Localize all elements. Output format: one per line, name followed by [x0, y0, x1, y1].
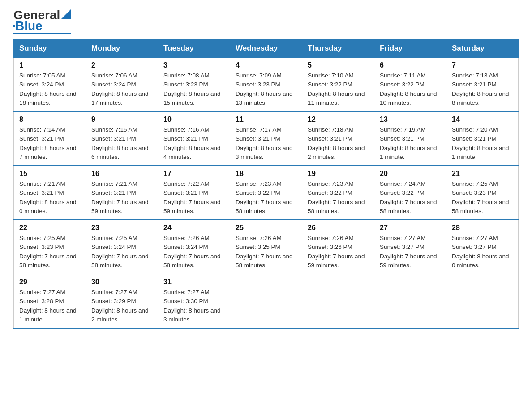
- day-cell-19: 19Sunrise: 7:23 AMSunset: 3:22 PMDayligh…: [302, 166, 374, 220]
- day-number: 6: [380, 61, 441, 69]
- day-number: 15: [19, 170, 80, 178]
- calendar-table: SundayMondayTuesdayWednesdayThursdayFrid…: [13, 39, 519, 329]
- day-cell-4: 4Sunrise: 7:09 AMSunset: 3:23 PMDaylight…: [230, 58, 302, 112]
- logo-triangle-icon: [61, 9, 71, 19]
- empty-cell: [302, 274, 374, 328]
- day-cell-26: 26Sunrise: 7:26 AMSunset: 3:26 PMDayligh…: [302, 220, 374, 274]
- day-number: 13: [380, 116, 441, 124]
- day-number: 12: [308, 116, 369, 124]
- day-info: Sunrise: 7:05 AMSunset: 3:24 PMDaylight:…: [19, 71, 80, 107]
- empty-cell: [374, 274, 446, 328]
- page-header: General Blue: [13, 9, 519, 34]
- day-cell-28: 28Sunrise: 7:27 AMSunset: 3:27 PMDayligh…: [446, 220, 519, 274]
- day-number: 21: [452, 170, 513, 178]
- day-info: Sunrise: 7:26 AMSunset: 3:26 PMDaylight:…: [308, 234, 369, 270]
- day-number: 18: [236, 170, 296, 178]
- day-info: Sunrise: 7:21 AMSunset: 3:21 PMDaylight:…: [91, 180, 152, 216]
- day-info: Sunrise: 7:23 AMSunset: 3:22 PMDaylight:…: [236, 180, 296, 216]
- day-cell-15: 15Sunrise: 7:21 AMSunset: 3:21 PMDayligh…: [14, 166, 86, 220]
- header-tuesday: Tuesday: [158, 39, 230, 58]
- day-cell-10: 10Sunrise: 7:16 AMSunset: 3:21 PMDayligh…: [158, 111, 230, 166]
- day-info: Sunrise: 7:27 AMSunset: 3:30 PMDaylight:…: [163, 288, 224, 324]
- week-row-5: 29Sunrise: 7:27 AMSunset: 3:28 PMDayligh…: [14, 274, 519, 328]
- day-cell-2: 2Sunrise: 7:06 AMSunset: 3:24 PMDaylight…: [86, 58, 158, 112]
- day-number: 2: [91, 61, 152, 69]
- day-info: Sunrise: 7:17 AMSunset: 3:21 PMDaylight:…: [236, 125, 296, 162]
- day-info: Sunrise: 7:20 AMSunset: 3:21 PMDaylight:…: [452, 125, 513, 162]
- day-cell-1: 1Sunrise: 7:05 AMSunset: 3:24 PMDaylight…: [14, 58, 86, 112]
- day-info: Sunrise: 7:06 AMSunset: 3:24 PMDaylight:…: [91, 71, 152, 107]
- day-info: Sunrise: 7:09 AMSunset: 3:23 PMDaylight:…: [236, 71, 296, 107]
- day-number: 23: [91, 224, 152, 232]
- day-info: Sunrise: 7:11 AMSunset: 3:22 PMDaylight:…: [380, 71, 441, 107]
- svg-marker-0: [61, 9, 71, 19]
- day-cell-16: 16Sunrise: 7:21 AMSunset: 3:21 PMDayligh…: [86, 166, 158, 220]
- empty-cell: [230, 274, 302, 328]
- day-info: Sunrise: 7:18 AMSunset: 3:21 PMDaylight:…: [308, 125, 369, 162]
- day-number: 19: [308, 170, 369, 178]
- day-cell-8: 8Sunrise: 7:14 AMSunset: 3:21 PMDaylight…: [14, 111, 86, 166]
- day-number: 3: [163, 61, 224, 69]
- day-number: 24: [163, 224, 224, 232]
- day-cell-18: 18Sunrise: 7:23 AMSunset: 3:22 PMDayligh…: [230, 166, 302, 220]
- day-info: Sunrise: 7:25 AMSunset: 3:23 PMDaylight:…: [19, 234, 80, 270]
- day-info: Sunrise: 7:23 AMSunset: 3:22 PMDaylight:…: [308, 180, 369, 216]
- day-number: 8: [19, 116, 80, 124]
- day-info: Sunrise: 7:25 AMSunset: 3:24 PMDaylight:…: [91, 234, 152, 270]
- day-info: Sunrise: 7:16 AMSunset: 3:21 PMDaylight:…: [163, 125, 224, 162]
- header-thursday: Thursday: [302, 39, 374, 58]
- day-info: Sunrise: 7:22 AMSunset: 3:21 PMDaylight:…: [163, 180, 224, 216]
- day-cell-13: 13Sunrise: 7:19 AMSunset: 3:21 PMDayligh…: [374, 111, 446, 166]
- day-number: 7: [452, 61, 513, 69]
- day-number: 9: [91, 116, 152, 124]
- day-number: 25: [236, 224, 296, 232]
- day-info: Sunrise: 7:19 AMSunset: 3:21 PMDaylight:…: [380, 125, 441, 162]
- day-cell-12: 12Sunrise: 7:18 AMSunset: 3:21 PMDayligh…: [302, 111, 374, 166]
- day-number: 31: [163, 278, 224, 286]
- day-cell-14: 14Sunrise: 7:20 AMSunset: 3:21 PMDayligh…: [446, 111, 519, 166]
- day-number: 20: [380, 170, 441, 178]
- day-cell-5: 5Sunrise: 7:10 AMSunset: 3:22 PMDaylight…: [302, 58, 374, 112]
- day-cell-29: 29Sunrise: 7:27 AMSunset: 3:28 PMDayligh…: [14, 274, 86, 328]
- day-cell-24: 24Sunrise: 7:26 AMSunset: 3:24 PMDayligh…: [158, 220, 230, 274]
- day-number: 30: [91, 278, 152, 286]
- logo: General Blue: [13, 9, 71, 34]
- day-number: 29: [19, 278, 80, 286]
- day-cell-21: 21Sunrise: 7:25 AMSunset: 3:23 PMDayligh…: [446, 166, 519, 220]
- empty-cell: [446, 274, 519, 328]
- header-wednesday: Wednesday: [230, 39, 302, 58]
- day-info: Sunrise: 7:27 AMSunset: 3:29 PMDaylight:…: [91, 288, 152, 324]
- day-number: 5: [308, 61, 369, 69]
- day-info: Sunrise: 7:24 AMSunset: 3:22 PMDaylight:…: [380, 180, 441, 216]
- weekday-header-row: SundayMondayTuesdayWednesdayThursdayFrid…: [14, 39, 519, 58]
- header-monday: Monday: [86, 39, 158, 58]
- logo-underline: [13, 33, 71, 34]
- day-number: 1: [19, 61, 80, 69]
- day-info: Sunrise: 7:13 AMSunset: 3:21 PMDaylight:…: [452, 71, 513, 107]
- day-number: 27: [380, 224, 441, 232]
- week-row-4: 22Sunrise: 7:25 AMSunset: 3:23 PMDayligh…: [14, 220, 519, 274]
- day-info: Sunrise: 7:08 AMSunset: 3:23 PMDaylight:…: [163, 71, 224, 107]
- header-saturday: Saturday: [446, 39, 519, 58]
- day-number: 10: [163, 116, 224, 124]
- day-cell-3: 3Sunrise: 7:08 AMSunset: 3:23 PMDaylight…: [158, 58, 230, 112]
- day-cell-6: 6Sunrise: 7:11 AMSunset: 3:22 PMDaylight…: [374, 58, 446, 112]
- day-cell-31: 31Sunrise: 7:27 AMSunset: 3:30 PMDayligh…: [158, 274, 230, 328]
- day-number: 17: [163, 170, 224, 178]
- day-number: 26: [308, 224, 369, 232]
- day-info: Sunrise: 7:25 AMSunset: 3:23 PMDaylight:…: [452, 180, 513, 216]
- day-cell-27: 27Sunrise: 7:27 AMSunset: 3:27 PMDayligh…: [374, 220, 446, 274]
- day-number: 28: [452, 224, 513, 232]
- week-row-3: 15Sunrise: 7:21 AMSunset: 3:21 PMDayligh…: [14, 166, 519, 220]
- day-cell-17: 17Sunrise: 7:22 AMSunset: 3:21 PMDayligh…: [158, 166, 230, 220]
- week-row-1: 1Sunrise: 7:05 AMSunset: 3:24 PMDaylight…: [14, 58, 519, 112]
- day-info: Sunrise: 7:27 AMSunset: 3:27 PMDaylight:…: [452, 234, 513, 270]
- day-info: Sunrise: 7:14 AMSunset: 3:21 PMDaylight:…: [19, 125, 80, 162]
- day-number: 14: [452, 116, 513, 124]
- header-sunday: Sunday: [14, 39, 86, 58]
- day-cell-30: 30Sunrise: 7:27 AMSunset: 3:29 PMDayligh…: [86, 274, 158, 328]
- day-info: Sunrise: 7:26 AMSunset: 3:25 PMDaylight:…: [236, 234, 296, 270]
- day-number: 4: [236, 61, 296, 69]
- day-number: 16: [91, 170, 152, 178]
- day-cell-20: 20Sunrise: 7:24 AMSunset: 3:22 PMDayligh…: [374, 166, 446, 220]
